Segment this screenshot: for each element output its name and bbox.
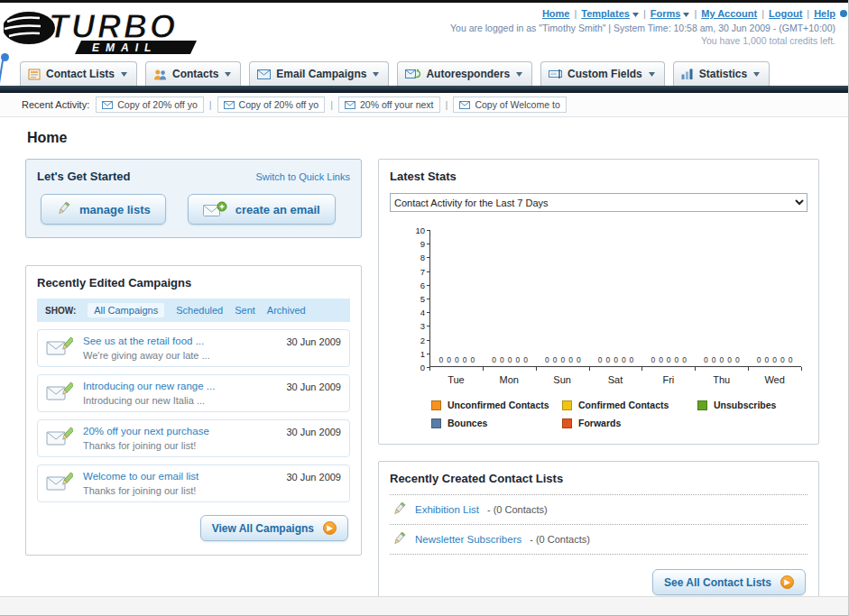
contact-list-items: Exhibition List- (0 Contacts)Newsletter … — [390, 494, 807, 555]
tab-contacts[interactable]: Contacts — [145, 61, 241, 86]
filter-archived[interactable]: Archived — [267, 305, 306, 316]
caret-down-icon — [753, 72, 760, 77]
bar-value: 0 — [439, 355, 444, 364]
campaign-item: Introducing our new range ...Introducing… — [37, 374, 350, 412]
main-content: Home Let's Get Started Switch to Quick L… — [0, 117, 848, 610]
bar-value-labels: 00000 — [589, 355, 642, 364]
bar-value: 0 — [470, 355, 475, 364]
get-started-buttons: manage lists create an email — [37, 194, 350, 225]
bar-value: 0 — [447, 355, 451, 364]
logo-title-text: TURBO — [49, 8, 178, 45]
recent-activity-label: Recent Activity: — [22, 99, 89, 110]
separator: | — [761, 8, 764, 19]
recent-activity-item[interactable]: Copy of 20% off yo — [96, 97, 204, 113]
campaign-title-link[interactable]: Welcome to our email list — [83, 471, 278, 482]
tab-email-campaigns[interactable]: Email Campaigns — [249, 61, 389, 86]
campaign-title-link[interactable]: Introducing our new range ... — [83, 381, 278, 391]
bar-value: 0 — [630, 355, 634, 364]
chart-category-column: 00000 — [430, 230, 484, 366]
top-nav-forms[interactable]: Forms — [651, 8, 690, 19]
stats-activity-select[interactable]: Contact Activity for the Last 7 Days — [390, 193, 807, 212]
envelope-pencil-icon — [46, 381, 75, 406]
contacts-icon — [153, 69, 167, 80]
top-nav-help[interactable]: Help — [814, 8, 835, 19]
legend-item: Confirmed Contacts — [562, 400, 697, 410]
tab-label: Custom Fields — [568, 68, 642, 80]
tab-label: Contacts — [172, 68, 218, 80]
legend-label: Confirmed Contacts — [578, 400, 669, 410]
legend-item: Bounces — [431, 418, 562, 428]
top-nav-label: Templates — [581, 8, 630, 19]
contact-lists-panel: Recently Created Contact Lists Exhibitio… — [378, 461, 819, 610]
x-tick-mark — [429, 367, 430, 371]
bar-value-labels: 00000 — [536, 355, 589, 364]
tab-contact-lists[interactable]: Contact Lists — [20, 61, 137, 86]
bar-value: 0 — [560, 355, 565, 364]
campaign-title-link[interactable]: See us at the retail food ... — [83, 336, 278, 346]
y-tick-label: 3 — [409, 321, 425, 331]
filter-sent[interactable]: Sent — [235, 305, 255, 316]
x-tick-mark — [695, 367, 696, 371]
contact-list-item: Exhibition List- (0 Contacts) — [390, 494, 807, 524]
recent-campaigns-title: Recently Edited Campaigns — [37, 276, 350, 290]
see-all-contact-lists-button[interactable]: See All Contact Lists ▶ — [652, 569, 806, 595]
contact-list-name-link[interactable]: Exhibition List — [415, 504, 479, 515]
top-nav-my-account[interactable]: My Account — [701, 8, 757, 19]
legend-item: Unsubscribes — [697, 400, 833, 410]
chart-category-column: 00000 — [696, 230, 749, 366]
separator: | — [574, 8, 577, 19]
top-nav-home[interactable]: Home — [542, 8, 570, 19]
y-tick-label: 1 — [409, 349, 425, 359]
bar-value: 0 — [704, 355, 708, 364]
recent-activity-item[interactable]: Copy of 20% off yo — [217, 97, 326, 113]
bar-value: 0 — [727, 355, 732, 364]
x-tick-mark — [589, 367, 590, 371]
pencil-icon — [392, 502, 407, 517]
y-tick-label: 4 — [409, 308, 425, 317]
chart-category-column: 00000 — [748, 230, 801, 366]
create-email-button[interactable]: create an email — [188, 194, 336, 225]
tab-autoresponders[interactable]: Autoresponders — [397, 61, 532, 86]
bar-value-labels: 00000 — [430, 355, 484, 364]
tab-custom-fields[interactable]: Custom Fields — [540, 61, 665, 86]
app-window: TURBO EMAIL Home|Templates|Forms|My Acco… — [0, 0, 849, 616]
filter-all-campaigns[interactable]: All Campaigns — [88, 303, 164, 317]
bar-value: 0 — [659, 355, 663, 364]
arrow-right-icon: ▶ — [780, 575, 794, 589]
x-axis-label: Thu — [695, 374, 748, 385]
filter-scheduled[interactable]: Scheduled — [176, 305, 223, 316]
view-all-campaigns-button[interactable]: View All Campaigns ▶ — [200, 515, 348, 541]
legend-label: Unconfirmed Contacts — [448, 400, 549, 410]
switch-quick-links-link[interactable]: Switch to Quick Links — [255, 171, 350, 182]
separator: | — [209, 99, 212, 110]
chart-category-column: 00000 — [536, 230, 589, 366]
campaign-filters: SHOW: All CampaignsScheduledSentArchived — [37, 299, 350, 322]
tab-statistics[interactable]: Statistics — [673, 61, 770, 86]
campaign-text: Welcome to our email listThanks for join… — [83, 471, 278, 496]
top-nav-templates[interactable]: Templates — [581, 8, 639, 19]
campaign-subtitle: Thanks for joining our list! — [83, 485, 278, 496]
contact-list-name-link[interactable]: Newsletter Subscribers — [415, 534, 521, 545]
recent-campaigns-panel: Recently Edited Campaigns SHOW: All Camp… — [25, 265, 362, 556]
envelope-icon — [459, 101, 470, 109]
manage-lists-button[interactable]: manage lists — [41, 194, 166, 225]
bar-value: 0 — [789, 355, 793, 364]
bar-value: 0 — [667, 355, 671, 364]
campaign-date: 30 Jun 2009 — [286, 336, 341, 347]
x-axis-label: Tue — [429, 374, 483, 385]
y-tick-label: 2 — [409, 336, 425, 345]
bar-value: 0 — [577, 355, 581, 364]
recent-activity-item[interactable]: Copy of Welcome to — [453, 97, 566, 113]
campaign-title-link[interactable]: 20% off your next purchase — [83, 426, 278, 437]
chart-category-column: 00000 — [642, 230, 696, 366]
envelope-pencil-icon — [46, 336, 75, 361]
top-nav-logout[interactable]: Logout — [769, 8, 802, 19]
latest-stats-panel: Latest Stats Contact Activity for the La… — [378, 159, 819, 445]
campaign-item: Welcome to our email listThanks for join… — [37, 464, 350, 502]
caret-down-icon — [121, 72, 127, 77]
left-column: Let's Get Started Switch to Quick Links … — [25, 159, 362, 556]
tab-label: Email Campaigns — [276, 68, 366, 80]
recent-activity-item[interactable]: 20% off your next — [338, 97, 440, 113]
x-axis-label: Fri — [641, 374, 695, 385]
chart-legend: Unconfirmed ContactsConfirmed ContactsUn… — [431, 400, 807, 428]
